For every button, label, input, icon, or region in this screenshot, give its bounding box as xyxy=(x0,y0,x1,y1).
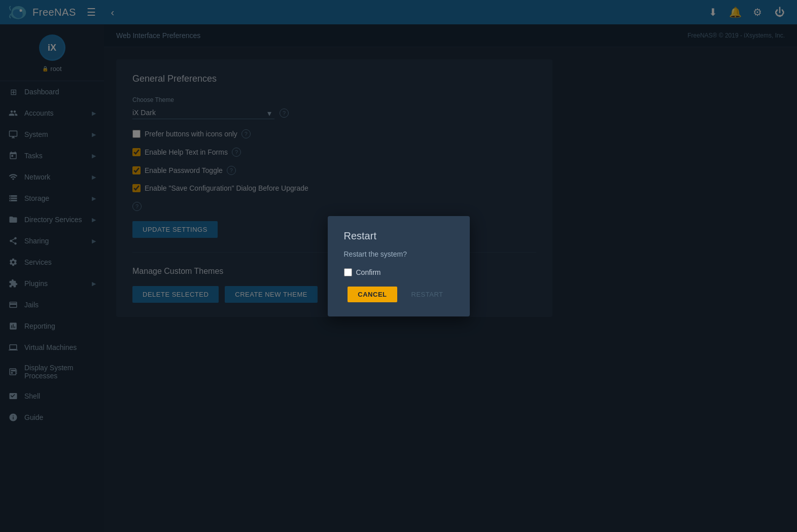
restart-dialog: Restart Restart the system? Confirm CANC… xyxy=(328,216,470,316)
modal-confirm-row: Confirm xyxy=(344,268,454,276)
modal-actions: CANCEL RESTART xyxy=(344,287,454,302)
modal-body-text: Restart the system? xyxy=(344,250,454,258)
modal-confirm-checkbox[interactable] xyxy=(344,268,352,276)
modal-confirm-label[interactable]: Confirm xyxy=(356,268,381,276)
modal-overlay[interactable]: Restart Restart the system? Confirm CANC… xyxy=(0,0,797,532)
cancel-button[interactable]: CANCEL xyxy=(348,287,397,302)
restart-button[interactable]: RESTART xyxy=(401,287,454,302)
modal-title: Restart xyxy=(344,230,454,242)
